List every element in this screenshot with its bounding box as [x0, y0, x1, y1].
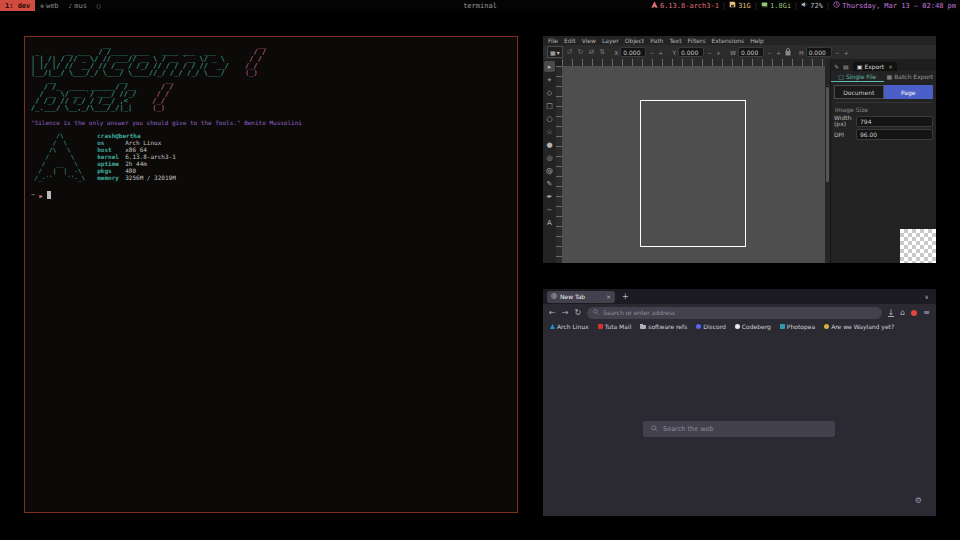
menu-item[interactable]: Edit — [561, 37, 579, 44]
bookmark-item[interactable]: software refs — [640, 323, 687, 330]
h-decrement-button[interactable]: − — [834, 49, 841, 56]
horizontal-ruler — [562, 59, 825, 66]
y-input[interactable]: 0.000 — [678, 47, 704, 57]
workspace-scratchpad[interactable]: ▢ — [92, 0, 106, 11]
tool-button[interactable]: ⌖ — [544, 74, 555, 85]
tool-button[interactable]: ◎ — [544, 152, 555, 163]
export-tab[interactable]: ▣ Export × — [853, 62, 897, 71]
width-input[interactable]: 794 — [856, 116, 933, 127]
back-button[interactable]: ← — [549, 309, 556, 317]
menu-item[interactable]: Object — [622, 37, 648, 44]
status-modules: 6.13.8-arch3-1 | 31G | 1.8Gi | 72% | Thu… — [651, 1, 960, 10]
menu-item[interactable]: Path — [647, 37, 666, 44]
export-icon: ▣ — [857, 63, 863, 70]
menu-item[interactable]: Filters — [685, 37, 709, 44]
downloads-button[interactable]: ↓ — [888, 309, 895, 317]
browser-window[interactable]: New Tab × + ∨ ← → ↻ Search or enter addr… — [543, 289, 936, 516]
tool-button[interactable]: □ — [544, 100, 555, 111]
fetch-key: pkgs — [97, 167, 125, 174]
tool-button[interactable]: ~ — [544, 204, 555, 215]
y-decrement-button[interactable]: − — [706, 49, 713, 56]
banner-exclamation: __ / / / / /_/ (_) — [245, 42, 266, 77]
y-increment-button[interactable]: + — [715, 49, 722, 56]
new-tab-button[interactable]: + — [622, 292, 629, 301]
web-search-box[interactable]: Search the web — [643, 421, 835, 437]
menu-item[interactable]: Layer — [599, 37, 622, 44]
address-bar[interactable]: Search or enter address — [587, 307, 881, 319]
x-decrement-button[interactable]: − — [648, 49, 655, 56]
document-button[interactable]: Document — [834, 85, 884, 99]
tool-button[interactable]: ○ — [544, 113, 555, 124]
tool-button[interactable]: ✒ — [544, 191, 555, 202]
single-file-tab[interactable]: ▢ Single File — [831, 71, 884, 82]
menu-item[interactable]: Help — [747, 37, 767, 44]
rotate-left-button[interactable]: ↺ — [566, 48, 574, 56]
tool-button[interactable]: ☆ — [544, 126, 555, 137]
x-input[interactable]: 0.000 — [620, 47, 646, 57]
shell-prompt[interactable]: ~ ▶ — [31, 191, 511, 199]
h-increment-button[interactable]: + — [843, 49, 850, 56]
workspace-web[interactable]: ⊕ web — [35, 0, 63, 11]
bookmark-item[interactable]: Discord — [696, 323, 726, 330]
tab-list-chevron-icon[interactable]: ∨ — [925, 293, 929, 300]
disk-icon — [729, 1, 736, 10]
selection-mode-dropdown[interactable]: ▦ ▾ — [547, 46, 563, 58]
home-button[interactable]: ⌂ — [900, 309, 905, 317]
close-tab-icon[interactable]: × — [606, 293, 611, 300]
tool-button[interactable]: A — [544, 217, 555, 228]
scrollbar-thumb[interactable] — [826, 87, 829, 182]
canvas[interactable] — [562, 66, 825, 263]
w-increment-button[interactable]: + — [775, 49, 782, 56]
bookmark-item[interactable]: Photopea — [780, 323, 815, 330]
menu-item[interactable]: View — [579, 37, 599, 44]
personalize-gear-icon[interactable]: ⚙ — [915, 496, 922, 505]
h-input[interactable]: 0.000 — [806, 47, 832, 57]
layers-dialog-icon[interactable]: ▤ — [843, 63, 849, 71]
fetch-key: os — [97, 139, 125, 146]
address-placeholder: Search or enter address — [603, 309, 675, 316]
active-tab[interactable]: New Tab × — [547, 291, 615, 303]
fetch-value: 3256M / 32019M — [125, 174, 176, 181]
bookmark-item[interactable]: Are we Wayland yet? — [824, 323, 894, 330]
fetch-row: kernel6.13.8-arch3-1 — [97, 153, 176, 160]
workspace-dev[interactable]: 1: dev — [0, 0, 35, 11]
forward-button[interactable]: → — [562, 309, 569, 317]
fill-stroke-dialog-icon[interactable]: ✎ — [834, 63, 839, 71]
tool-button[interactable]: ◇ — [544, 87, 555, 98]
tool-button[interactable]: ▸ — [544, 61, 555, 72]
rotate-right-button[interactable]: ↻ — [577, 48, 585, 56]
export-preview-thumbnail — [900, 229, 936, 263]
tool-button[interactable]: ✎ — [544, 178, 555, 189]
page-button[interactable]: Page — [884, 85, 934, 99]
dropdown-arrow-icon: ▾ — [557, 49, 560, 56]
menu-item[interactable]: Extensions — [709, 37, 748, 44]
tool-button[interactable]: @ — [544, 165, 555, 176]
banner-word-back: __ __ / /_ ____ ______/ /__ / __ \/ __ `… — [31, 77, 136, 112]
flip-horizontal-button[interactable]: ⇄ — [587, 48, 595, 56]
flip-vertical-button[interactable]: ⇅ — [598, 48, 606, 56]
workspace-label: mus — [74, 2, 87, 10]
close-icon[interactable]: × — [888, 63, 893, 70]
banner-word-welcome: __ _ __ ___ / /____ ____ ____ ___ ___ | … — [31, 42, 229, 77]
bookmark-item[interactable]: Codeberg — [735, 323, 771, 330]
dpi-input[interactable]: 96.00 — [856, 129, 933, 140]
extension-status-icon[interactable] — [911, 310, 917, 316]
menu-item[interactable]: File — [545, 37, 561, 44]
status-bar: 1: dev ⊕ web ♪ mus ▢ terminal 6.13.8-arc… — [0, 0, 960, 11]
workspace-mus[interactable]: ♪ mus — [64, 0, 92, 11]
width-row: Width(px) 794 — [834, 115, 933, 127]
tool-button[interactable]: ● — [544, 139, 555, 150]
menu-item[interactable]: Text — [666, 37, 684, 44]
bookmark-item[interactable]: Tuta Mail — [598, 323, 632, 330]
user-host: crash@bertha — [97, 132, 176, 139]
inkscape-window[interactable]: FileEditViewLayerObjectPathTextFiltersEx… — [543, 36, 936, 263]
w-decrement-button[interactable]: − — [766, 49, 773, 56]
bookmark-item[interactable]: Arch Linux — [550, 323, 589, 330]
reload-button[interactable]: ↻ — [574, 309, 581, 317]
menu-button[interactable]: ≡ — [923, 309, 930, 317]
x-increment-button[interactable]: + — [657, 49, 664, 56]
w-input[interactable]: 0.000 — [738, 47, 764, 57]
batch-export-tab[interactable]: ▦ Batch Export — [884, 71, 937, 82]
lock-ratio-icon[interactable] — [785, 48, 791, 57]
terminal-window[interactable]: __ _ __ ___ / /____ ____ ____ ___ ___ | … — [24, 36, 518, 513]
